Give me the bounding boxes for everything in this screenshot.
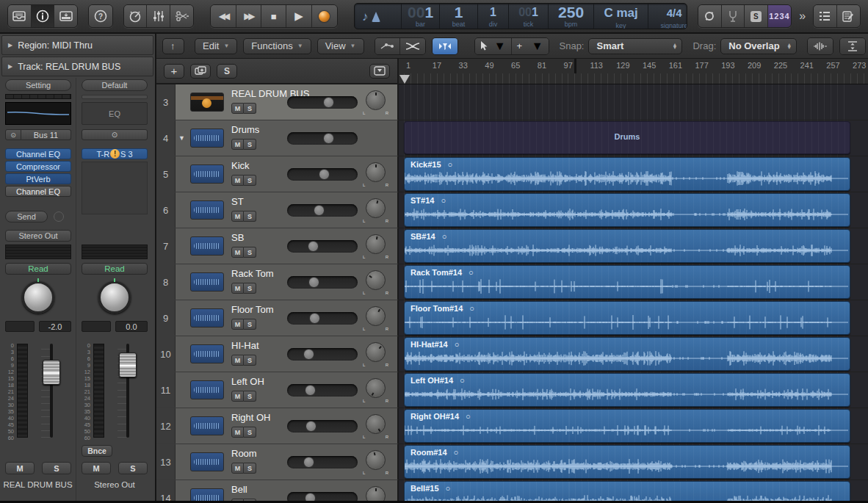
pan-knob[interactable] xyxy=(98,281,131,314)
stereo-format-icon[interactable]: ⊙ xyxy=(5,129,21,140)
record-button[interactable] xyxy=(312,5,337,27)
volume-slider-thumb[interactable] xyxy=(305,385,316,396)
lcd-beat[interactable]: 1 beat xyxy=(440,4,478,29)
track-lane[interactable] xyxy=(399,84,868,120)
volume-slider-thumb[interactable] xyxy=(308,277,319,288)
pan-knob[interactable]: LR xyxy=(366,450,386,470)
play-button[interactable]: ▶ xyxy=(286,5,311,27)
lcd-display[interactable]: ♪ 001 bar 1 beat 1 div 001 tick 250 bpm xyxy=(354,3,687,29)
pan-knob[interactable] xyxy=(22,281,54,314)
solo-button[interactable]: S xyxy=(244,247,256,258)
audio-region-room-14[interactable]: Room#14○ xyxy=(404,445,850,479)
lcd-mode-icons[interactable]: ♪ xyxy=(355,4,402,29)
track-solo-button[interactable]: S xyxy=(217,64,237,79)
stereo-format-button[interactable]: ⊙ xyxy=(82,129,148,140)
pan-knob[interactable]: LR xyxy=(366,270,386,290)
fader-cap[interactable] xyxy=(43,360,60,385)
group-slot[interactable] xyxy=(5,245,71,259)
cmd-click-tool-menu[interactable]: + ▼ xyxy=(512,38,549,54)
track-name[interactable]: HI-Hat xyxy=(231,340,259,351)
automation-mode-button[interactable]: Read xyxy=(5,263,71,275)
catch-playhead-button[interactable] xyxy=(433,38,457,54)
volume-slider-thumb[interactable] xyxy=(323,97,334,108)
solo-button[interactable]: S xyxy=(244,391,256,402)
solo-button[interactable]: S xyxy=(244,139,256,150)
track-name[interactable]: Left OH xyxy=(231,376,264,387)
fader-cap[interactable] xyxy=(119,352,137,377)
volume-slider-thumb[interactable] xyxy=(309,313,320,324)
playhead[interactable] xyxy=(399,75,410,84)
track-header-real-drum-bus[interactable]: 3REAL DRUM BUSMSLR xyxy=(156,84,399,120)
volume-slider[interactable] xyxy=(287,276,358,289)
volume-slider-thumb[interactable] xyxy=(303,349,314,360)
track-inspector-header[interactable]: ▶ Track: REAL DRUM BUS xyxy=(1,57,153,76)
send-knob[interactable] xyxy=(54,211,64,222)
volume-slider-thumb[interactable] xyxy=(323,133,334,144)
left-click-tool-menu[interactable]: ▼ xyxy=(475,38,512,54)
pan-knob[interactable]: LR xyxy=(366,162,386,182)
lcd-key[interactable]: C maj key xyxy=(594,4,648,29)
volume-slider[interactable] xyxy=(287,132,358,145)
setting-button[interactable]: Default xyxy=(82,79,148,91)
waveform-zoom-button[interactable] xyxy=(808,38,833,54)
track-header-room[interactable]: 13RoomMSLR xyxy=(156,444,399,480)
audio-region-floor-tom-14[interactable]: Floor Tom#14○ xyxy=(404,301,850,335)
audio-track-icon[interactable] xyxy=(190,344,224,363)
scissors-button[interactable] xyxy=(170,5,193,27)
track-name[interactable]: Right OH xyxy=(231,412,270,423)
quick-help-button[interactable]: ? xyxy=(89,5,112,27)
inspector-button[interactable] xyxy=(32,5,55,27)
functions-menu[interactable]: Functions▼ xyxy=(243,38,311,54)
audio-track-icon[interactable] xyxy=(190,488,224,502)
add-track-button[interactable]: + xyxy=(164,64,184,79)
audio-track-icon[interactable] xyxy=(190,164,224,184)
solo-button[interactable]: S xyxy=(244,175,256,186)
track-name[interactable]: Room xyxy=(231,448,257,459)
pan-knob[interactable]: LR xyxy=(366,378,386,398)
pan-knob[interactable]: LR xyxy=(366,90,386,110)
drag-select[interactable]: No Overlap ▲▼ xyxy=(720,38,797,54)
flex-button[interactable] xyxy=(400,38,425,54)
track-name[interactable]: Rack Tom xyxy=(231,268,274,279)
solo-button[interactable]: S xyxy=(244,355,256,366)
count-in-button[interactable]: 1234 xyxy=(768,5,791,27)
mute-button[interactable]: M xyxy=(231,391,244,402)
audio-region-bell-15[interactable]: Bell#15○ xyxy=(404,481,850,502)
stop-button[interactable]: ■ xyxy=(261,5,286,27)
track-name[interactable]: Bell xyxy=(231,484,247,495)
track-header-drums[interactable]: 4▼DrumsMS xyxy=(156,120,399,156)
notepad-button[interactable] xyxy=(837,5,860,27)
mute-button[interactable]: M xyxy=(231,175,244,186)
gain-box[interactable] xyxy=(82,321,111,332)
audio-track-icon[interactable] xyxy=(190,452,224,471)
forward-button[interactable]: ▶▶ xyxy=(236,5,261,27)
volume-value[interactable]: -2.0 xyxy=(39,321,71,332)
input-slot[interactable]: ⊙ Bus 11 xyxy=(5,129,71,140)
solo-button[interactable]: S xyxy=(244,463,256,474)
volume-slider[interactable] xyxy=(287,204,358,217)
duplicate-track-button[interactable] xyxy=(190,64,211,79)
pan-knob[interactable]: LR xyxy=(366,342,386,362)
audio-region-st-14[interactable]: ST#14○ xyxy=(404,193,850,227)
audio-region-sb-14[interactable]: SB#14○ xyxy=(404,229,850,263)
mute-button[interactable]: M xyxy=(231,355,244,366)
folder-disclosure-triangle[interactable]: ▼ xyxy=(178,134,185,142)
view-menu[interactable]: View▼ xyxy=(317,38,364,54)
region-inspector-header[interactable]: ▶ Region: MIDI Thru xyxy=(1,35,153,55)
solo-mode-button[interactable]: S xyxy=(745,5,767,27)
volume-slider[interactable] xyxy=(287,384,358,397)
mute-button[interactable]: M xyxy=(231,211,244,222)
audio-region-rack-tom-14[interactable]: Rack Tom#14○ xyxy=(404,265,850,299)
eq-thumbnail[interactable] xyxy=(5,102,71,125)
solo-button[interactable]: S xyxy=(42,462,71,474)
tuner-button[interactable] xyxy=(722,5,745,27)
volume-slider[interactable] xyxy=(287,456,358,468)
solo-button[interactable]: S xyxy=(118,462,148,474)
mute-button[interactable]: M xyxy=(5,462,35,474)
automation-mode-button[interactable]: Read xyxy=(82,263,148,275)
track-lane[interactable]: Left OH#14○ xyxy=(399,372,868,408)
track-name[interactable]: ST xyxy=(231,196,244,207)
audio-track-icon[interactable] xyxy=(190,200,224,220)
track-header-left-oh[interactable]: 11Left OHMSLR xyxy=(156,372,399,408)
track-lane[interactable]: Rack Tom#14○ xyxy=(399,264,868,300)
